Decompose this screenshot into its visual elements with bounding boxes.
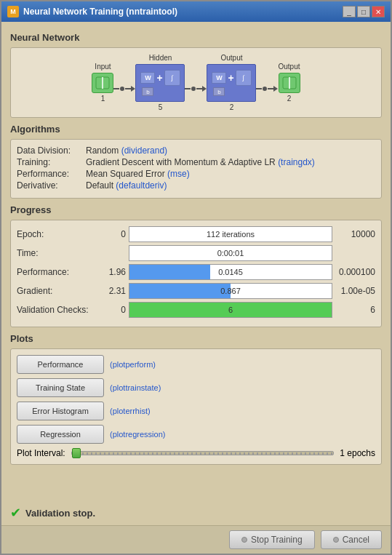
grad-end: 1.00e-05 [335,286,375,296]
algo-row-1: Training: Gradient Descent with Momentum… [17,157,375,167]
algo-link-1: (traingdx) [278,157,315,167]
algo-val-0: Random [86,145,121,156]
progress-row-gradient: Gradient: 2.31 0.867 1.00e-05 [17,283,375,299]
progress-row-valchecks: Validation Checks: 0 6 6 [17,302,375,318]
maximize-button[interactable]: □ [357,6,370,17]
error-histogram-plot-button[interactable]: Error Histogram [17,402,104,420]
perf-end: 0.000100 [335,267,375,277]
hidden-layer: Hidden W + ∫ b 5 [135,54,185,111]
plot-interval-slider[interactable] [71,451,335,455]
plots-section: Performance (plotperform) Training State… [10,348,382,465]
validation-stop-icon: ✔ [10,505,21,521]
output-b: b [213,87,225,96]
hidden-label: Hidden [149,54,172,62]
grad-bar: 0.867 [129,283,332,299]
time-bar: 0:00:01 [129,245,332,261]
perf-label: Performance: [17,267,104,277]
input-label: Input [95,63,111,71]
progress-row-performance: Performance: 1.96 0.0145 0.000100 [17,264,375,280]
epoch-start: 0 [104,229,126,239]
input-num: 1 [101,95,105,103]
grad-start: 2.31 [104,286,126,296]
progress-row-time: Time: 0:00:01 [17,245,375,261]
output-activation: ∫ [236,70,252,86]
neural-network-title: Neural Network [10,32,382,43]
status-text: Validation stop. [25,508,95,519]
valchecks-label: Validation Checks: [17,305,104,315]
plot-interval-value: 1 epochs [340,448,375,458]
perf-start: 1.96 [104,267,126,277]
plot-row-2: Error Histogram (ploterrhist) [17,402,375,420]
algo-val-3: Default [86,180,116,191]
grad-label: Gradient: [17,286,104,296]
plot-interval-label: Plot Interval: [17,448,65,458]
input-layer: Input 1 [92,63,113,103]
time-label: Time: [17,248,104,258]
title-bar: M Neural Network Training (nntraintool) … [1,1,391,22]
training-state-plot-button[interactable]: Training State [17,378,104,397]
progress-title: Progress [10,204,382,215]
algo-key-3: Derivative: [17,180,86,191]
stop-training-button[interactable]: Stop Training [229,530,315,549]
cancel-dot [333,537,339,543]
output-node [279,73,300,93]
valchecks-text: 6 [228,306,233,314]
algo-key-1: Training: [17,157,86,167]
epoch-end: 10000 [335,229,375,239]
arrow-3 [256,86,278,92]
algo-link-3: (defaultderiv) [116,180,167,191]
valchecks-end: 6 [335,305,375,315]
output-node-group: Output 2 [278,63,300,103]
progress-section: Epoch: 0 112 iterations 10000 Time: 0:00… [10,220,382,327]
performance-plot-link: (plotperform) [110,360,156,369]
window-title: Neural Network Training (nntraintool) [23,7,177,17]
stop-training-label: Stop Training [251,535,303,545]
grad-fill [129,284,231,298]
output-num: 2 [230,103,234,111]
output-layer: Output W + ∫ b 2 [207,54,256,111]
algo-row-0: Data Division: Random (dividerand) [17,145,375,156]
slider-thumb[interactable] [72,448,81,458]
main-content: Neural Network Input 1 [1,22,391,500]
cancel-button[interactable]: Cancel [321,530,382,549]
algo-val-1: Gradient Descent with Momentum & Adaptiv… [86,157,278,167]
epoch-label: Epoch: [17,229,104,239]
algo-link-0: (dividerand) [121,145,167,156]
hidden-b: b [142,87,153,96]
minimize-button[interactable]: _ [343,6,356,17]
time-text: 0:00:01 [217,249,244,257]
performance-plot-button[interactable]: Performance [17,355,104,374]
grad-text: 0.867 [220,287,241,295]
output-node-label: Output [278,63,300,71]
bottom-bar: Stop Training Cancel [1,525,391,554]
algo-key-0: Data Division: [17,145,86,156]
input-node [92,73,113,93]
progress-row-epoch: Epoch: 0 112 iterations 10000 [17,226,375,242]
status-bar: ✔ Validation stop. [1,500,391,525]
plot-interval-row: Plot Interval: 1 epochs [17,448,375,458]
stop-training-dot [241,537,247,543]
output-node-num: 2 [287,95,292,103]
algo-val-2: Mean Squared Error [86,169,167,179]
title-bar-left: M Neural Network Training (nntraintool) [7,6,177,17]
algorithms-section: Data Division: Random (dividerand) Train… [10,139,382,199]
perf-bar: 0.0145 [129,264,332,280]
hidden-activation: ∫ [164,70,180,86]
arrow-1 [113,86,135,92]
regression-plot-link: (plotregression) [110,430,165,439]
close-button[interactable]: ✕ [372,6,385,17]
neural-network-section: Input 1 Hidden [10,47,382,118]
arrow-2 [185,86,207,92]
valchecks-bar: 6 [129,302,332,318]
valchecks-start: 0 [104,305,126,315]
regression-plot-button[interactable]: Regression [17,425,104,444]
plots-title: Plots [10,333,382,344]
hidden-num: 5 [159,103,163,111]
training-state-plot-link: (plottrainstate) [110,383,161,392]
perf-fill [129,265,210,279]
epoch-text: 112 iterations [207,230,255,239]
output-w: W [212,72,226,84]
plot-row-0: Performance (plotperform) [17,355,375,374]
plot-row-3: Regression (plotregression) [17,425,375,444]
algo-key-2: Performance: [17,169,86,179]
